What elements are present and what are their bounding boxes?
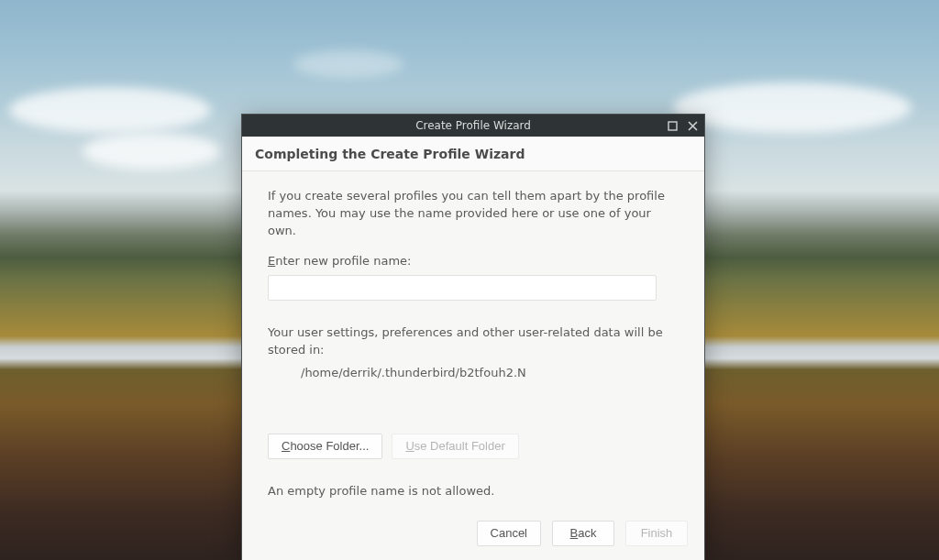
svg-rect-0: [668, 122, 677, 130]
desktop-background: Create Profile Wizard Completing the Cre…: [0, 0, 939, 560]
back-button[interactable]: Back: [552, 521, 614, 546]
close-icon[interactable]: [686, 119, 699, 132]
error-message: An empty profile name is not allowed.: [268, 483, 679, 500]
cloud-decoration: [673, 82, 911, 133]
wizard-content: If you create several profiles you can t…: [242, 171, 704, 506]
wizard-footer: Cancel Back Finish: [242, 506, 704, 560]
cloud-decoration: [293, 50, 403, 78]
titlebar[interactable]: Create Profile Wizard: [242, 115, 704, 137]
wizard-heading: Completing the Create Profile Wizard: [242, 137, 704, 171]
window-title: Create Profile Wizard: [415, 119, 531, 132]
choose-folder-button[interactable]: Choose Folder...: [268, 434, 382, 459]
storage-path: /home/derrik/.thunderbird/b2tfouh2.N: [301, 365, 679, 382]
create-profile-wizard-window: Create Profile Wizard Completing the Cre…: [241, 114, 705, 560]
cancel-button[interactable]: Cancel: [477, 521, 541, 546]
profile-name-input[interactable]: [268, 275, 657, 301]
finish-button: Finish: [625, 521, 688, 546]
profile-name-label: Enter new profile name:: [268, 253, 679, 270]
cloud-decoration: [9, 87, 211, 133]
storage-note: Your user settings, preferences and othe…: [268, 324, 679, 359]
cloud-decoration: [83, 133, 220, 170]
use-default-folder-button: Use Default Folder: [392, 434, 518, 459]
maximize-icon[interactable]: [666, 119, 679, 132]
intro-text: If you create several profiles you can t…: [268, 188, 671, 240]
